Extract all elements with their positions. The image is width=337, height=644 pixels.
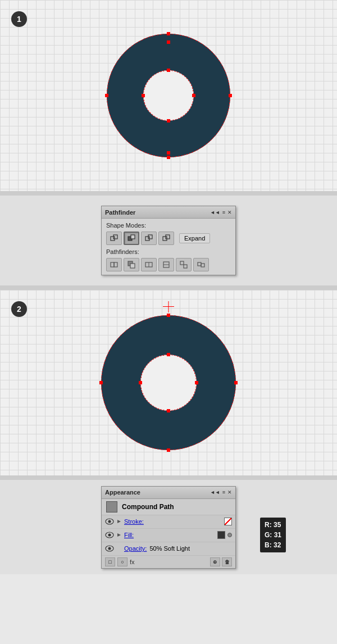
tb-circle-btn[interactable]: ○: [117, 557, 127, 566]
donut-hole-2: [140, 355, 197, 411]
menu-btn[interactable]: ≡: [222, 210, 225, 215]
fill-connector: [227, 533, 232, 537]
tooltip-g: G: 31: [265, 530, 281, 540]
svg-rect-12: [130, 264, 135, 268]
tb-square-btn[interactable]: □: [105, 557, 115, 566]
pf-icon-5: [179, 260, 188, 269]
c-inner-anchor-top: [167, 353, 170, 356]
compound-path-header: Compound Path: [102, 499, 235, 515]
appearance-menu-btn[interactable]: ≡: [222, 489, 225, 495]
fill-color-icon[interactable]: [217, 531, 225, 539]
svg-rect-6: [148, 237, 149, 239]
pf-icon-1: [110, 260, 119, 269]
unite-btn[interactable]: [106, 232, 122, 245]
anchor-bottom-mid: [167, 151, 170, 155]
pf-btn-1[interactable]: [106, 258, 122, 271]
minus-front-btn[interactable]: [124, 232, 139, 245]
tb-copy-btn[interactable]: ⊕: [210, 557, 220, 566]
pf-icon-6: [197, 260, 206, 269]
c-anchor-right: [234, 381, 238, 384]
anchor-right: [229, 94, 232, 97]
pf-icon-3: [144, 260, 153, 269]
intersect-btn[interactable]: [141, 232, 157, 245]
inner-anchor-top: [167, 69, 170, 72]
stroke-row: Stroke:: [102, 515, 235, 529]
svg-point-22: [108, 520, 111, 523]
inner-anchor-left: [142, 94, 145, 97]
pf-icon-4: [162, 260, 171, 269]
anchor-top-mid: [167, 40, 170, 44]
appearance-collapse-btn[interactable]: ◄◄: [210, 489, 220, 495]
tooltip-r: R: 35: [265, 520, 281, 530]
svg-marker-23: [117, 520, 121, 523]
fill-expand-icon[interactable]: [116, 532, 122, 538]
opacity-value: 50% Soft Light: [149, 545, 190, 552]
stroke-color-icon[interactable]: [224, 518, 232, 525]
pf-btn-6[interactable]: [193, 258, 209, 271]
opacity-link[interactable]: Opacity:: [124, 545, 147, 552]
tb-delete-btn[interactable]: 🗑: [222, 557, 232, 566]
pathfinders-row: [106, 258, 231, 271]
pathfinder-titlebar: Pathfinder ◄◄ ≡ ✕: [102, 206, 235, 219]
pf-btn-2[interactable]: [124, 258, 139, 271]
step-badge-1: 1: [11, 11, 27, 27]
shape-modes-row: Expand: [106, 232, 231, 245]
stroke-expand-icon[interactable]: [116, 519, 122, 524]
svg-point-28: [108, 547, 111, 550]
pathfinder-body: Shape Modes:: [102, 219, 235, 275]
appearance-bottom-toolbar: □ ○ fx ⊕ 🗑: [102, 556, 235, 568]
svg-rect-19: [198, 262, 201, 266]
pathfinder-title: Pathfinder: [105, 209, 135, 216]
svg-rect-3: [131, 235, 135, 239]
stroke-visibility-icon[interactable]: [105, 518, 114, 525]
pf-btn-3[interactable]: [141, 258, 157, 271]
c-inner-anchor-left: [139, 381, 142, 384]
svg-rect-18: [184, 265, 187, 268]
fx-button[interactable]: fx: [130, 559, 135, 565]
c-anchor-top: [167, 314, 170, 317]
pathfinder-section: Pathfinder ◄◄ ≡ ✕ Shape Modes:: [0, 196, 337, 285]
svg-point-25: [108, 534, 111, 537]
appearance-titlebar: Appearance ◄◄ ≡ ✕: [102, 487, 235, 499]
pf-btn-5[interactable]: [176, 258, 192, 271]
fill-row: Fill: R: 35 G: 31 B: 32: [102, 529, 235, 542]
fill-link[interactable]: Fill:: [124, 532, 134, 538]
divider-2: [0, 285, 337, 290]
fill-visibility-icon[interactable]: [105, 532, 114, 538]
anchor-bottom: [167, 156, 170, 159]
svg-rect-9: [111, 262, 114, 267]
opacity-label: Opacity: 50% Soft Light: [124, 545, 232, 552]
opacity-visibility-icon[interactable]: [105, 545, 114, 552]
compound-path-title: Compound Path: [122, 503, 174, 511]
step-badge-2: 2: [11, 301, 27, 317]
donut-shape-2: [101, 315, 236, 450]
section2: 2: [0, 290, 337, 475]
donut-hole-1: [143, 70, 194, 121]
pathfinder-panel: Pathfinder ◄◄ ≡ ✕ Shape Modes:: [101, 206, 236, 275]
c-anchor-left: [99, 381, 103, 384]
c-inner-anchor-right: [195, 381, 198, 384]
intersect-icon: [144, 234, 153, 243]
collapse-btn[interactable]: ◄◄: [210, 210, 220, 215]
exclude-btn[interactable]: [158, 232, 174, 245]
donut-shape-1: [107, 34, 230, 157]
c-inner-anchor-bottom: [167, 409, 170, 412]
close-btn[interactable]: ✕: [227, 210, 232, 215]
color-tooltip: R: 35 G: 31 B: 32: [260, 518, 286, 552]
svg-rect-10: [114, 262, 117, 267]
exclude-icon: [162, 234, 171, 243]
appearance-title: Appearance: [105, 489, 140, 496]
appearance-close-btn[interactable]: ✕: [227, 489, 232, 495]
tb-right-buttons: ⊕ 🗑: [210, 557, 232, 566]
stroke-link[interactable]: Stroke:: [124, 518, 144, 525]
expand-button[interactable]: Expand: [179, 233, 210, 243]
divider-3: [0, 475, 337, 480]
c-anchor-bottom: [167, 448, 170, 452]
panel-controls: ◄◄ ≡ ✕: [210, 210, 232, 215]
unite-icon: [110, 234, 119, 243]
pf-btn-4[interactable]: [158, 258, 174, 271]
opacity-row: Opacity: 50% Soft Light: [102, 542, 235, 556]
crosshair-vertical: [168, 301, 169, 312]
section1: 1: [0, 0, 337, 191]
minus-front-icon: [127, 234, 136, 243]
